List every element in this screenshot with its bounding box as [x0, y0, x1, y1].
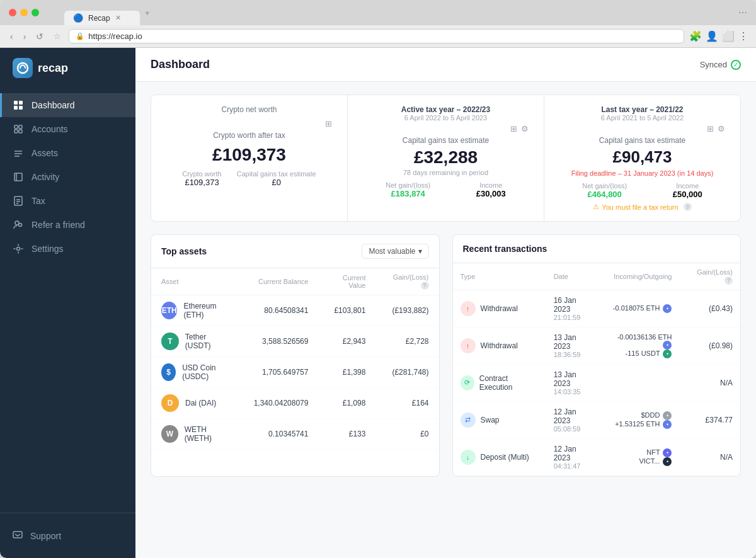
tx-gain-cell: (£0.43) — [679, 290, 740, 327]
accounts-icon — [13, 123, 24, 135]
close-button[interactable] — [9, 9, 16, 16]
top-assets-panel: Top assets Most valuable ▾ Asset Current… — [151, 234, 440, 477]
asset-name: Dai (DAI) — [185, 399, 216, 407]
must-file-help-icon[interactable]: ? — [684, 203, 692, 211]
tx-gain-help-icon[interactable]: ? — [724, 276, 733, 285]
tab-title: Recap — [88, 14, 110, 23]
last-tax-settings-icon[interactable]: ⚙ — [718, 124, 725, 134]
table-row[interactable]: ETH Ethereum (ETH) 80.64508341 £103,801 … — [151, 295, 439, 326]
last-income: Income £50,000 — [673, 182, 702, 199]
crypto-sub-row: Crypto worth £109,373 Capital gains tax … — [166, 170, 332, 187]
table-row[interactable]: ↓ Deposit (Multi) 12 Jan 2023 04:31:47 N… — [453, 438, 741, 475]
minimize-button[interactable] — [20, 9, 28, 16]
activity-icon — [13, 171, 24, 183]
svg-rect-3 — [14, 106, 18, 110]
browser-tab[interactable]: 🔵 Recap ✕ — [64, 11, 140, 25]
balance-cell: 3,588.526569 — [244, 326, 319, 356]
table-row[interactable]: ↑ Withdrawal 16 Jan 2023 21:01:59 -0.018… — [453, 290, 741, 327]
tx-type-label: Swap — [481, 416, 500, 424]
incoming-cell: -0.018075 ETH • — [600, 290, 680, 327]
lock-icon: 🔒 — [76, 32, 84, 40]
sidebar-nav: Dashboard Accounts Assets — [0, 88, 135, 513]
asset-name: Tether (USDT) — [185, 333, 234, 350]
sort-dropdown[interactable]: Most valuable ▾ — [362, 244, 428, 259]
balance-col-header: Current Balance — [244, 268, 319, 295]
table-row[interactable]: W WETH (WETH) 0.10345741 £133 £0 — [151, 418, 439, 449]
table-row[interactable]: ⇄ Swap 12 Jan 2023 05:08:59 $DDD •+1.531… — [453, 401, 741, 438]
tx-date: 13 Jan 2023 — [554, 333, 592, 351]
main-header: Dashboard Synced ✓ — [135, 48, 756, 82]
asset-name: WETH (WETH) — [185, 425, 234, 443]
active-period-remaining: 78 days remaining in period — [363, 169, 529, 176]
asset-icon: D — [161, 394, 179, 412]
active-cgt-label: Capital gains tax estimate — [363, 136, 529, 145]
asset-icon: W — [161, 425, 178, 443]
browser-menu-icon[interactable]: ⋯ — [738, 8, 747, 18]
last-tax-period: 6 April 2021 to 5 April 2022 — [559, 114, 725, 122]
svg-rect-8 — [19, 130, 22, 133]
svg-rect-14 — [14, 196, 22, 205]
reload-button[interactable]: ↺ — [33, 30, 46, 43]
date-cell: 13 Jan 2023 18:36:59 — [546, 327, 600, 364]
tx-type-label: Contract Execution — [479, 374, 539, 392]
sort-label: Most valuable — [369, 247, 415, 256]
settings-icon — [13, 243, 24, 254]
incoming-value: NFT • — [607, 448, 672, 457]
support-item[interactable]: Support — [0, 523, 135, 548]
extensions-icon[interactable]: 🧩 — [689, 30, 702, 42]
logo: recap — [0, 48, 135, 88]
sub-cgt: Capital gains tax estimate £0 — [237, 170, 316, 187]
type-cell: ↑ Withdrawal — [453, 327, 546, 364]
table-row[interactable]: ⟳ Contract Execution 13 Jan 2023 14:03:3… — [453, 364, 741, 401]
back-button[interactable]: ‹ — [8, 30, 16, 43]
sidebar-item-settings[interactable]: Settings — [0, 237, 135, 261]
tab-close-icon[interactable]: ✕ — [115, 14, 121, 22]
sidebar-item-activity[interactable]: Activity — [0, 165, 135, 189]
sidebar-item-tax[interactable]: Tax — [0, 189, 135, 213]
table-row[interactable]: ↑ Withdrawal 13 Jan 2023 18:36:59 -0.001… — [453, 327, 741, 364]
tx-date: 13 Jan 2023 — [554, 370, 592, 388]
last-tax-copy-icon[interactable]: ⊞ — [707, 124, 714, 134]
new-tab-button[interactable]: + — [141, 4, 154, 21]
value-cell: £133 — [318, 418, 375, 449]
tx-type-icon: ↑ — [461, 338, 476, 353]
date-cell: 13 Jan 2023 14:03:35 — [546, 364, 600, 401]
maximize-button[interactable] — [32, 9, 39, 16]
synced-text: Synced — [700, 60, 727, 69]
recent-tx-title: Recent transactions — [463, 244, 547, 254]
asset-cell: ETH Ethereum (ETH) — [151, 295, 244, 326]
net-worth-copy-icon[interactable]: ⊞ — [325, 119, 332, 128]
tx-date: 12 Jan 2023 — [554, 445, 592, 462]
asset-col-header: Asset — [151, 268, 244, 295]
sidebar-item-assets[interactable]: Assets — [0, 141, 135, 165]
svg-rect-7 — [14, 130, 18, 133]
chrome-menu-icon[interactable]: ⋮ — [738, 30, 748, 42]
bottom-row: Top assets Most valuable ▾ Asset Current… — [151, 234, 741, 477]
forward-button[interactable]: › — [21, 30, 29, 43]
dashboard-icon — [13, 100, 24, 111]
gain-cell: (£193,882) — [375, 295, 438, 326]
active-net-gain: Net gain/(loss) £183,874 — [386, 181, 430, 198]
tx-time: 05:08:59 — [554, 425, 592, 433]
gain-cell: £0 — [375, 418, 438, 449]
assets-icon — [13, 147, 24, 159]
active-tax-settings-icon[interactable]: ⚙ — [521, 124, 529, 134]
tx-gain-col-header: Gain/(Loss) ? — [679, 263, 740, 290]
sidebar-item-dashboard[interactable]: Dashboard — [0, 93, 135, 117]
profile-icon[interactable]: 👤 — [706, 30, 718, 42]
address-bar[interactable]: 🔒 https://recap.io — [69, 29, 684, 43]
currency-dot: • — [663, 448, 672, 457]
table-row[interactable]: $ USD Coin (USDC) 1,705.649757 £1,398 (£… — [151, 356, 439, 387]
active-tax-copy-icon[interactable]: ⊞ — [510, 124, 517, 134]
window-icon[interactable]: ⬜ — [722, 30, 735, 42]
table-row[interactable]: T Tether (USDT) 3,588.526569 £2,943 £2,7… — [151, 326, 439, 356]
asset-name: Ethereum (ETH) — [183, 302, 233, 319]
table-row[interactable]: D Dai (DAI) 1,340.04208079 £1,098 £164 — [151, 387, 439, 418]
gain-help-icon[interactable]: ? — [421, 282, 429, 290]
svg-rect-21 — [13, 532, 22, 538]
sidebar-item-refer[interactable]: Refer a friend — [0, 213, 135, 237]
active-income-value: £30,003 — [476, 189, 506, 198]
svg-point-19 — [19, 224, 22, 227]
sidebar-item-accounts[interactable]: Accounts — [0, 117, 135, 141]
bookmark-icon[interactable]: ☆ — [51, 30, 64, 42]
